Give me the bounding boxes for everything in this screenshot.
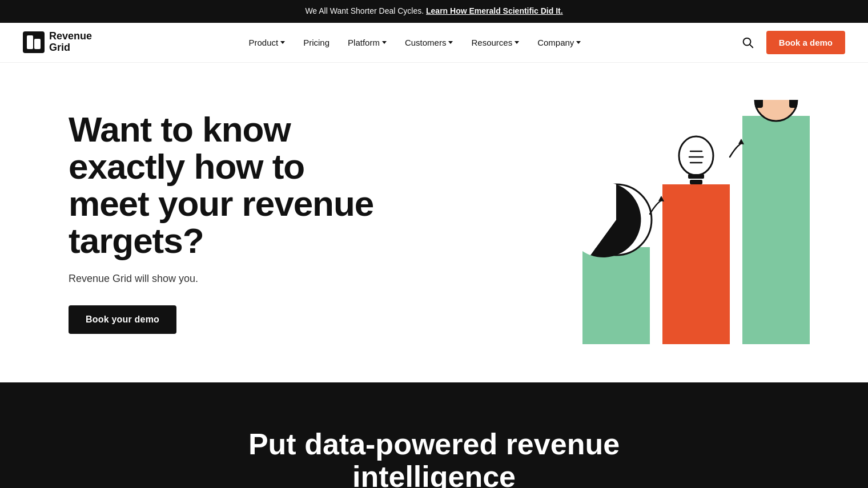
nav-item-platform[interactable]: Platform [340, 33, 395, 52]
logo-icon [23, 31, 45, 53]
nav-item-customers[interactable]: Customers [397, 33, 461, 52]
svg-rect-1 [34, 39, 41, 49]
nav-link-platform[interactable]: Platform [340, 33, 395, 52]
svg-line-3 [750, 45, 753, 47]
hero-section: Want to know exactly how to meet your re… [0, 63, 868, 382]
svg-rect-5 [662, 184, 730, 344]
nav-link-company[interactable]: Company [529, 33, 589, 52]
main-nav: Revenue Grid Product Pricing Platform Cu… [0, 23, 868, 63]
hero-title: Want to know exactly how to meet your re… [69, 111, 388, 259]
bottom-title: Put data-powered revenue intelligence [234, 428, 634, 488]
top-banner: We All Want Shorter Deal Cycles. Learn H… [0, 0, 868, 23]
hero-illustration [571, 100, 822, 345]
banner-link[interactable]: Learn How Emerald Scientific Did It. [426, 6, 563, 15]
chevron-down-icon [382, 41, 387, 44]
hero-cta-button[interactable]: Book your demo [69, 305, 176, 334]
banner-text: We All Want Shorter Deal Cycles. [305, 6, 424, 15]
svg-rect-13 [690, 180, 702, 184]
nav-link-customers[interactable]: Customers [397, 33, 461, 52]
nav-right: Book a demo [738, 31, 845, 54]
nav-item-resources[interactable]: Resources [463, 33, 527, 52]
nav-link-pricing[interactable]: Pricing [295, 33, 337, 52]
hero-subtitle: Revenue Grid will show you. [69, 273, 388, 285]
svg-rect-16 [789, 100, 797, 108]
search-button[interactable] [738, 33, 757, 52]
svg-rect-15 [755, 100, 763, 108]
nav-link-product[interactable]: Product [241, 33, 294, 52]
svg-rect-6 [742, 116, 810, 344]
nav-links: Product Pricing Platform Customers Resou… [241, 33, 589, 52]
svg-rect-0 [27, 35, 33, 49]
svg-rect-12 [688, 174, 704, 179]
chevron-down-icon [515, 41, 519, 44]
svg-rect-4 [582, 247, 650, 344]
bottom-section: Put data-powered revenue intelligence [0, 382, 868, 488]
logo-text: Revenue Grid [49, 31, 92, 54]
nav-item-pricing[interactable]: Pricing [295, 33, 337, 52]
chevron-down-icon [448, 41, 453, 44]
svg-point-8 [679, 136, 713, 175]
hero-svg [571, 100, 822, 345]
chevron-down-icon [576, 41, 581, 44]
chevron-down-icon [280, 41, 285, 44]
nav-link-resources[interactable]: Resources [463, 33, 527, 52]
hero-content: Want to know exactly how to meet your re… [69, 111, 388, 334]
book-demo-button[interactable]: Book a demo [766, 31, 845, 54]
nav-item-product[interactable]: Product [241, 33, 294, 52]
search-icon [741, 36, 754, 49]
nav-item-company[interactable]: Company [529, 33, 589, 52]
logo[interactable]: Revenue Grid [23, 31, 92, 54]
